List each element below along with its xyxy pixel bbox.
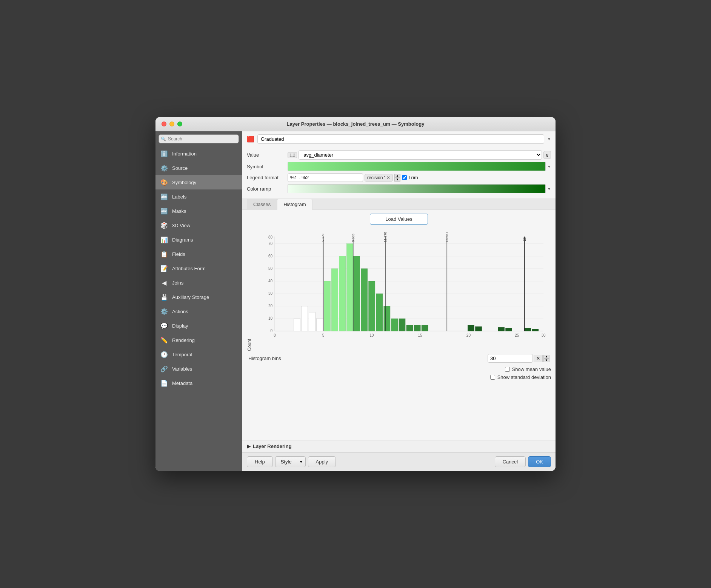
svg-text:70: 70	[268, 242, 273, 246]
symbol-dropdown-arrow: ▼	[547, 165, 551, 169]
apply-button[interactable]: Apply	[308, 456, 336, 467]
form-section: Value 1.2 avg_diameter ε Symbol ▼	[242, 147, 556, 199]
svg-text:0: 0	[274, 333, 276, 337]
help-button[interactable]: Help	[247, 456, 273, 467]
legend-format-control: recision ' ✕ ▲ ▼ Trim	[288, 173, 551, 182]
value-select[interactable]: avg_diameter	[299, 150, 542, 160]
svg-rect-35	[369, 281, 375, 331]
sidebar-item-diagrams[interactable]: 📊Diagrams	[155, 232, 242, 247]
maximize-button[interactable]	[177, 122, 182, 126]
sidebar-label-attributes-form: Attributes Form	[172, 266, 206, 271]
color-ramp-control: ▼	[288, 184, 551, 193]
search-box: 🔍	[155, 131, 242, 146]
sidebar-item-3dview[interactable]: 🎲3D View	[155, 218, 242, 232]
close-button[interactable]	[162, 122, 166, 126]
trim-checkbox[interactable]	[402, 175, 407, 180]
tab-classes[interactable]: Classes	[247, 199, 277, 210]
sidebar-item-masks[interactable]: 🔤Masks	[155, 204, 242, 218]
content-area: 🟥 Graduated ▼ Value 1.2 avg_diameter ε	[242, 131, 556, 471]
cancel-button[interactable]: Cancel	[495, 456, 526, 467]
bins-input[interactable]	[488, 354, 533, 363]
renderer-row: 🟥 Graduated ▼	[242, 131, 556, 147]
sidebar-item-symbology[interactable]: 🎨Symbology	[155, 175, 242, 189]
sidebar-item-attributes-form[interactable]: 📝Attributes Form	[155, 261, 242, 276]
histogram-bins-row: Histogram bins ✕ ▲ ▼	[247, 354, 551, 363]
tab-histogram[interactable]: Histogram	[277, 199, 312, 210]
show-mean-checkbox[interactable]	[505, 367, 510, 372]
epsilon-button[interactable]: ε	[543, 151, 551, 159]
sidebar-item-variables[interactable]: 🔗Variables	[155, 362, 242, 376]
bins-clear-button[interactable]: ✕	[534, 355, 543, 362]
svg-text:20: 20	[466, 333, 471, 337]
search-input[interactable]	[159, 134, 239, 143]
sidebar-item-actions[interactable]: ⚙️Actions	[155, 304, 242, 319]
sidebar-item-information[interactable]: ℹ️Information	[155, 146, 242, 161]
sidebar-item-fields[interactable]: 📋Fields	[155, 247, 242, 261]
sidebar-label-fields: Fields	[172, 251, 185, 257]
title-bar: Layer Properties — blocks_joined_trees_u…	[155, 117, 556, 131]
symbol-bar[interactable]	[288, 162, 546, 171]
symbol-control: ▼	[288, 162, 551, 171]
sidebar-item-labels[interactable]: 🔤Labels	[155, 189, 242, 204]
layer-rendering-header[interactable]: ▶ Layer Rendering	[247, 443, 551, 449]
sidebar: 🔍 ℹ️Information⚙️Source🎨Symbology🔤Labels…	[155, 131, 242, 471]
tabs-row: Classes Histogram	[242, 199, 556, 210]
color-ramp-row: Color ramp ▼	[247, 184, 551, 193]
sidebar-item-temporal[interactable]: 🕐Temporal	[155, 347, 242, 362]
sidebar-item-rendering[interactable]: ✏️Rendering	[155, 333, 242, 347]
sidebar-label-variables: Variables	[172, 366, 192, 372]
sidebar-icon-3dview: 🎲	[160, 221, 168, 229]
precision-label: recision '	[367, 175, 385, 180]
svg-text:10: 10	[369, 333, 374, 337]
bins-label: Histogram bins	[248, 356, 281, 361]
style-button[interactable]: Style	[275, 456, 297, 467]
svg-text:40: 40	[268, 279, 273, 283]
show-std-checkbox[interactable]	[490, 375, 495, 380]
svg-rect-38	[391, 319, 398, 331]
show-std-item: Show standard deviation	[490, 374, 551, 380]
svg-rect-45	[498, 327, 505, 331]
spinner-buttons: ▲ ▼	[394, 174, 400, 182]
ok-button[interactable]: OK	[528, 456, 551, 467]
sidebar-label-diagrams: Diagrams	[172, 237, 193, 243]
bins-spinner-up[interactable]: ▲	[543, 355, 549, 359]
minimize-button[interactable]	[169, 122, 174, 126]
svg-text:80: 80	[268, 235, 273, 239]
sidebar-label-actions: Actions	[172, 309, 188, 314]
spinner-up[interactable]: ▲	[394, 174, 400, 178]
svg-rect-36	[376, 294, 383, 331]
sidebar-item-auxiliary-storage[interactable]: 💾Auxiliary Storage	[155, 290, 242, 304]
color-ramp-bar[interactable]	[288, 184, 546, 193]
sidebar-label-metadata: Metadata	[172, 380, 192, 386]
precision-clear-icon[interactable]: ✕	[386, 175, 390, 180]
sidebar-label-display: Display	[172, 323, 188, 329]
main-window: Layer Properties — blocks_joined_trees_u…	[155, 117, 556, 471]
sidebar-item-display[interactable]: 💬Display	[155, 319, 242, 333]
symbol-label: Symbol	[247, 164, 285, 169]
bins-spinner-down[interactable]: ▼	[543, 359, 549, 362]
svg-rect-48	[532, 329, 539, 331]
sidebar-label-symbology: Symbology	[172, 180, 196, 185]
renderer-select[interactable]: Graduated	[257, 134, 544, 144]
sidebar-item-source[interactable]: ⚙️Source	[155, 161, 242, 175]
svg-rect-40	[406, 325, 413, 331]
search-wrapper: 🔍	[159, 134, 239, 143]
layer-rendering-label: Layer Rendering	[253, 443, 292, 449]
spinner-down[interactable]: ▼	[394, 178, 400, 182]
load-values-button[interactable]: Load Values	[370, 214, 428, 225]
show-mean-label: Show mean value	[512, 366, 551, 372]
sidebar-label-temporal: Temporal	[172, 352, 192, 357]
sidebar-item-metadata[interactable]: 📄Metadata	[155, 376, 242, 390]
sidebar-item-joins[interactable]: ◀Joins	[155, 276, 242, 290]
window-title: Layer Properties — blocks_joined_trees_u…	[287, 121, 425, 127]
sidebar-icon-masks: 🔤	[160, 207, 168, 215]
svg-text:15: 15	[418, 333, 423, 337]
svg-rect-46	[506, 328, 512, 331]
legend-format-input[interactable]	[288, 173, 363, 182]
svg-rect-27	[309, 312, 315, 331]
sidebar-icon-symbology: 🎨	[160, 178, 168, 186]
svg-rect-44	[475, 326, 482, 331]
value-label: Value	[247, 152, 285, 158]
svg-text:30: 30	[541, 333, 546, 337]
style-dropdown-button[interactable]: ▼	[297, 456, 306, 467]
